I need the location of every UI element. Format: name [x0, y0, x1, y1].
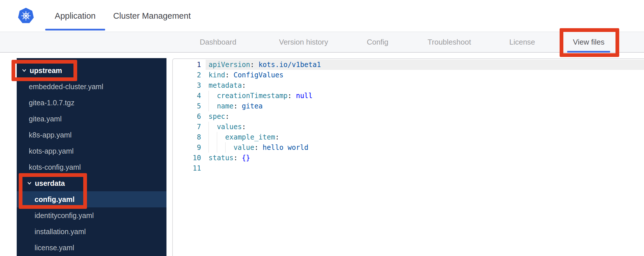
tree-item-label: kots-config.yaml [29, 163, 81, 171]
code-line-6: 6spec: [173, 111, 644, 122]
tree-item-label: upstream [30, 66, 62, 75]
indent-guide [209, 142, 217, 153]
code-line-9: 9value: hello world [173, 142, 644, 153]
file-gitea.yaml[interactable]: gitea.yaml [17, 111, 166, 127]
file-installation.yaml[interactable]: installation.yaml [17, 223, 166, 240]
code-text: status: {} [206, 153, 644, 163]
file-identityconfig.yaml[interactable]: identityconfig.yaml [17, 207, 166, 223]
indent-guide [209, 122, 217, 132]
code-text [206, 163, 644, 173]
tree-item-label: identityconfig.yaml [35, 211, 94, 220]
code-text: apiVersion: kots.io/v1beta1 [206, 60, 644, 70]
code-text: name: gitea [206, 101, 644, 111]
kots-admin-console: Application Cluster Management Dashboard… [0, 0, 644, 256]
indent-guide [209, 101, 217, 111]
line-number: 9 [173, 142, 206, 153]
code-text: spec: [206, 111, 644, 122]
tab-dashboard[interactable]: Dashboard [200, 32, 236, 52]
line-number: 5 [173, 101, 206, 111]
code-line-10: 10status: {} [173, 153, 644, 163]
indent-guide [217, 142, 225, 153]
tab-application-label: Application [55, 11, 96, 21]
line-number: 10 [173, 153, 206, 163]
line-number: 3 [173, 80, 206, 91]
line-number: 2 [173, 70, 206, 80]
code-text: kind: ConfigValues [206, 70, 644, 80]
code-text: values: [206, 122, 644, 132]
tree-item-label: embedded-cluster.yaml [29, 83, 103, 91]
code-text: creationTimestamp: null [206, 91, 644, 101]
file-kots-config.yaml[interactable]: kots-config.yaml [17, 159, 166, 175]
file-k8s-app.yaml[interactable]: k8s-app.yaml [17, 127, 166, 143]
line-number: 1 [173, 60, 206, 70]
top-bar: Application Cluster Management [0, 0, 644, 32]
tab-version-history[interactable]: Version history [279, 32, 328, 52]
tree-item-label: kots-app.yaml [29, 147, 74, 155]
tree-item-label: gitea.yaml [29, 115, 62, 123]
tab-license[interactable]: License [509, 32, 535, 52]
yaml-file-viewer[interactable]: 1apiVersion: kots.io/v1beta12kind: Confi… [172, 58, 644, 256]
indent-guide [225, 142, 234, 153]
tab-view-files[interactable]: View files [567, 32, 610, 52]
active-tab-underline [45, 29, 105, 30]
indent-guide [209, 132, 217, 142]
folder-upstream[interactable]: upstream [17, 62, 166, 79]
code-text: example_item: [206, 132, 644, 142]
file-tree-sidebar: upstreamembedded-cluster.yamlgitea-1.0.7… [17, 58, 166, 256]
tab-cluster-management-label: Cluster Management [113, 11, 191, 21]
folder-userdata[interactable]: userdata [17, 175, 166, 191]
tree-item-label: config.yaml [35, 195, 75, 204]
code-line-4: 4creationTimestamp: null [173, 91, 644, 101]
app-subnav: DashboardVersion historyConfigTroublesho… [0, 32, 644, 53]
file-kots-app.yaml[interactable]: kots-app.yaml [17, 143, 166, 159]
indent-guide [209, 91, 217, 101]
tree-item-label: license.yaml [35, 244, 74, 252]
kubernetes-logo-icon[interactable] [18, 7, 34, 24]
line-number: 6 [173, 111, 206, 122]
line-number: 7 [173, 122, 206, 132]
file-gitea-1.0.7.tgz[interactable]: gitea-1.0.7.tgz [17, 95, 166, 111]
code-text: value: hello world [206, 142, 644, 153]
code-line-8: 8example_item: [173, 132, 644, 142]
file-embedded-cluster.yaml[interactable]: embedded-cluster.yaml [17, 79, 166, 95]
tab-config[interactable]: Config [367, 32, 388, 52]
tab-cluster-management[interactable]: Cluster Management [113, 0, 191, 32]
code-line-2: 2kind: ConfigValues [173, 70, 644, 80]
line-number: 8 [173, 132, 206, 142]
tab-application[interactable]: Application [45, 0, 105, 32]
code-line-7: 7values: [173, 122, 644, 132]
chevron-down-icon[interactable] [21, 68, 27, 73]
line-number: 4 [173, 91, 206, 101]
code-line-3: 3metadata: [173, 80, 644, 91]
tree-item-label: gitea-1.0.7.tgz [29, 99, 74, 107]
tab-troubleshoot[interactable]: Troubleshoot [428, 32, 471, 52]
tree-item-label: k8s-app.yaml [29, 131, 72, 139]
code-line-11: 11 [173, 163, 644, 173]
code-line-1: 1apiVersion: kots.io/v1beta1 [173, 60, 644, 70]
file-config.yaml[interactable]: config.yaml [17, 191, 166, 207]
chevron-down-icon[interactable] [26, 180, 32, 186]
tree-item-label: installation.yaml [35, 228, 86, 236]
file-license.yaml[interactable]: license.yaml [17, 240, 166, 256]
indent-guide [217, 132, 225, 142]
code-text: metadata: [206, 80, 644, 91]
code-line-5: 5name: gitea [173, 101, 644, 111]
active-subnav-underline [567, 51, 610, 53]
line-number: 11 [173, 163, 206, 173]
tree-item-label: userdata [35, 179, 65, 188]
